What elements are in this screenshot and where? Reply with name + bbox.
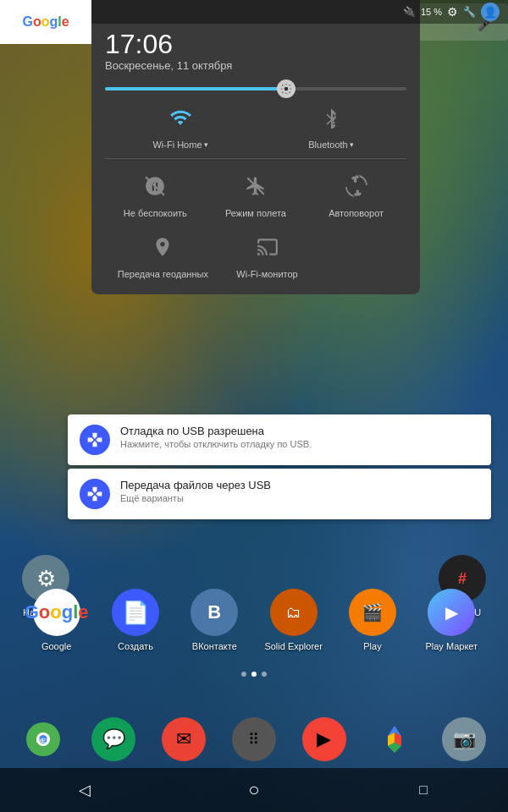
dock: DEV 💬 ✉ ⠿ ▶ 📷 (0, 717, 508, 761)
dnd-icon (144, 175, 166, 197)
dot-2 (251, 672, 257, 677)
nav-bar: ◁ ○ □ (0, 768, 508, 812)
notif-usb-debug-title: Отладка по USB разрешена (120, 425, 479, 437)
empty-tile (326, 228, 394, 279)
nav-recents-button[interactable]: □ (402, 773, 444, 807)
google-logo: Google (22, 14, 69, 30)
bluetooth-label: Bluetooth (308, 140, 347, 150)
playmarket-app-icon: ▶ (428, 589, 475, 636)
dock-camera[interactable]: 📷 (442, 717, 486, 761)
dock-youtube[interactable]: ▶ (302, 717, 346, 761)
tiles-row-2: Не беспокоить Режим полета Автоповорот (91, 162, 420, 223)
tile-airplane[interactable]: Режим полета (222, 167, 290, 218)
autorotate-icon (345, 175, 367, 197)
bluetooth-chevron: ▾ (350, 140, 354, 149)
dock-chrome[interactable]: DEV (21, 717, 65, 761)
notifications-area: Отладка по USB разрешена Нажмите, чтобы … (68, 414, 491, 523)
panel-date: Воскресенье, 11 октября (105, 59, 406, 72)
dock-hangouts[interactable]: 💬 (91, 717, 135, 761)
airplane-icon-circle (237, 167, 274, 205)
dot-3 (262, 672, 267, 677)
play-app-label: Play (363, 641, 381, 651)
app-google[interactable]: Google Google (23, 589, 91, 651)
notif-usb-transfer-icon (80, 479, 110, 509)
tile-autorotate[interactable]: Автоповорот (323, 167, 390, 218)
battery-level: 15 % (421, 7, 442, 17)
status-icons: 🔌 15 % ⚙ 🔧 👤 (403, 3, 500, 21)
notif-usb-transfer-body: Ещё варианты (120, 493, 479, 503)
svg-point-0 (284, 87, 288, 91)
gmail-icon: ✉ (162, 717, 206, 761)
app-vk[interactable]: B ВКонтакте (180, 589, 248, 651)
wifi-icon-circle (162, 99, 199, 136)
tiles-row-1: Wi-Fi Home ▾ Bluetooth ▾ (91, 94, 420, 155)
app-play[interactable]: 🎬 Play (339, 589, 406, 651)
notif-usb-transfer-title: Передача файлов через USB (120, 479, 479, 491)
page-dots (0, 672, 508, 677)
brightness-fill (105, 87, 286, 91)
apps-grid: Google Google 📄 Создать B ВКонтакте 🗂 So… (0, 589, 508, 660)
photos-icon (373, 717, 417, 761)
nav-back-button[interactable]: ◁ (64, 773, 106, 807)
wifi-label: Wi-Fi Home (152, 140, 202, 150)
tiles-row-3: Передача геоданных Wi-Fi-монитор (91, 223, 420, 284)
vk-app-label: ВКонтакте (192, 641, 237, 651)
vk-app-icon: B (190, 589, 238, 636)
settings-status-icon: ⚙ (447, 5, 458, 19)
tile-wifimonitor[interactable]: Wi-Fi-монитор (234, 228, 301, 279)
notification-panel: 17:06 Воскресенье, 11 октября (91, 0, 420, 294)
autorotate-label: Автоповорот (329, 208, 384, 218)
brightness-slider[interactable] (105, 87, 406, 91)
wifi-label-row: Wi-Fi Home ▾ (152, 140, 207, 150)
dock-gmail[interactable]: ✉ (162, 717, 206, 761)
divider-1 (105, 158, 406, 159)
notif-usb-debug-body: Нажмите, чтобы отключить отладку по USB. (120, 439, 479, 449)
app-playmarket[interactable]: ▶ Play Маркет (417, 589, 485, 651)
create-app-label: Создать (118, 641, 153, 651)
dot-1 (241, 672, 246, 677)
camera-icon: 📷 (442, 717, 486, 761)
apps-row-main: Google Google 📄 Создать B ВКонтакте 🗂 So… (17, 589, 491, 651)
solid-app-label: Solid Explorer (264, 641, 322, 651)
app-solid[interactable]: 🗂 Solid Explorer (260, 589, 328, 651)
notif-usb-transfer-content: Передача файлов через USB Ещё варианты (120, 479, 479, 503)
cast-icon (257, 236, 279, 258)
svg-text:DEV: DEV (36, 737, 51, 744)
brightness-row[interactable] (91, 80, 420, 94)
bluetooth-icon (320, 107, 342, 129)
airplane-label: Режим полета (225, 208, 286, 218)
usb-icon: 🔌 (403, 6, 416, 18)
location-label: Передача геоданных (118, 269, 208, 279)
wifimonitor-icon-circle (249, 228, 286, 266)
tile-wifi[interactable]: Wi-Fi Home ▾ (146, 99, 214, 150)
dock-photos[interactable] (373, 717, 417, 761)
location-icon-circle (144, 228, 181, 266)
notif-usb-debug[interactable]: Отладка по USB разрешена Нажмите, чтобы … (68, 414, 491, 465)
wrench-icon: 🔧 (463, 6, 476, 18)
brightness-icon (280, 83, 292, 95)
playmarket-app-label: Play Маркет (425, 641, 478, 651)
notif-usb-transfer[interactable]: Передача файлов через USB Ещё варианты (68, 469, 491, 519)
play-app-icon: 🎬 (349, 589, 396, 636)
panel-time: 17:06 (105, 30, 406, 58)
brightness-thumb (277, 80, 295, 98)
wifi-icon (169, 107, 191, 129)
dnd-icon-circle (136, 167, 174, 205)
apps-drawer-icon: ⠿ (232, 717, 276, 761)
notif-usb-debug-content: Отладка по USB разрешена Нажмите, чтобы … (120, 425, 479, 449)
app-create[interactable]: 📄 Создать (102, 589, 169, 651)
dnd-label: Не беспокоить (124, 208, 187, 218)
google-app-icon: Google (33, 589, 80, 636)
google-bar: Google (0, 0, 91, 44)
bluetooth-icon-circle (312, 99, 350, 136)
wifimonitor-label: Wi-Fi-монитор (236, 269, 297, 279)
tile-dnd[interactable]: Не беспокоить (121, 167, 189, 218)
bluetooth-label-row: Bluetooth ▾ (308, 140, 353, 150)
tile-location[interactable]: Передача геоданных (118, 228, 208, 279)
chrome-icon: DEV (21, 717, 65, 761)
nav-home-button[interactable]: ○ (233, 773, 275, 807)
airplane-icon (245, 175, 267, 197)
tile-bluetooth[interactable]: Bluetooth ▾ (297, 99, 365, 150)
dock-apps-drawer[interactable]: ⠿ (232, 717, 276, 761)
account-avatar[interactable]: 👤 (481, 3, 500, 21)
